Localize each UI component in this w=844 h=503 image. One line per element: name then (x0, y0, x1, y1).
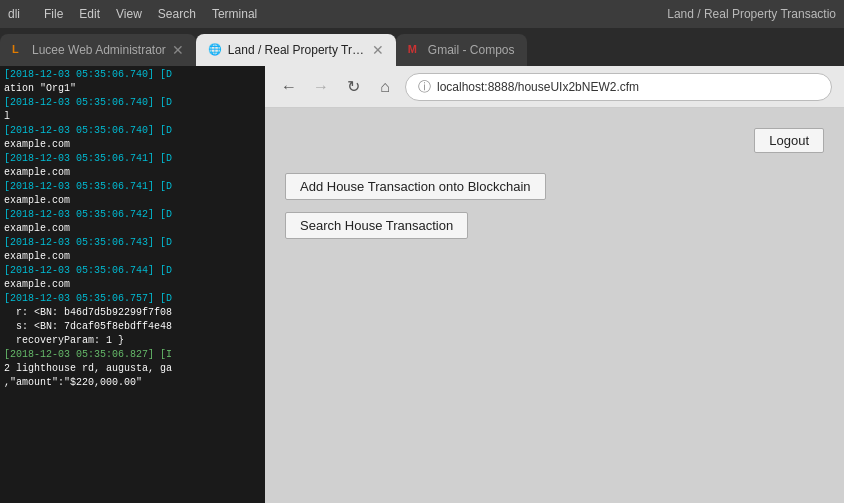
terminal-line: [2018-12-03 05:35:06.743] [D (4, 236, 261, 250)
tab-gmail[interactable]: M Gmail - Compos (396, 34, 527, 66)
terminal-line: example.com (4, 166, 261, 180)
security-icon: ⓘ (418, 78, 431, 96)
terminal-line: recoveryParam: 1 } (4, 334, 261, 348)
tab-land-label: Land / Real Property Transa (228, 43, 366, 57)
forward-button[interactable]: → (309, 75, 333, 99)
terminal-line: ation "Org1" (4, 82, 261, 96)
terminal-line: [2018-12-03 05:35:06.757] [D (4, 292, 261, 306)
terminal-line: example.com (4, 138, 261, 152)
action-buttons: Add House Transaction onto Blockchain Se… (285, 173, 824, 247)
address-bar: ← → ↻ ⌂ ⓘ localhost:8888/houseUIx2bNEW2.… (265, 66, 844, 108)
address-box[interactable]: ⓘ localhost:8888/houseUIx2bNEW2.cfm (405, 73, 832, 101)
url-text: localhost:8888/houseUIx2bNEW2.cfm (437, 80, 639, 94)
terminal-line: [2018-12-03 05:35:06.740] [D (4, 124, 261, 138)
land-favicon: 🌐 (208, 43, 222, 57)
browser-pane: ← → ↻ ⌂ ⓘ localhost:8888/houseUIx2bNEW2.… (265, 66, 844, 503)
menu-terminal[interactable]: Terminal (212, 7, 257, 21)
page-content: Logout Add House Transaction onto Blockc… (265, 108, 844, 503)
terminal-line: [2018-12-03 05:35:06.742] [D (4, 208, 261, 222)
terminal-line: [2018-12-03 05:35:06.740] [D (4, 96, 261, 110)
app-title: dli (8, 7, 20, 21)
lucee-favicon: L (12, 43, 26, 57)
back-button[interactable]: ← (277, 75, 301, 99)
menu-view[interactable]: View (116, 7, 142, 21)
terminal-line: [2018-12-03 05:35:06.741] [D (4, 152, 261, 166)
reload-button[interactable]: ↻ (341, 75, 365, 99)
terminal-line: 2 lighthouse rd, augusta, ga (4, 362, 261, 376)
add-transaction-button[interactable]: Add House Transaction onto Blockchain (285, 173, 546, 200)
terminal-line: example.com (4, 278, 261, 292)
tab-lucee-close[interactable]: ✕ (172, 43, 184, 57)
menu-file[interactable]: File (44, 7, 63, 21)
home-button[interactable]: ⌂ (373, 75, 397, 99)
menu-search[interactable]: Search (158, 7, 196, 21)
terminal-line: ,"amount":"$220,000.00" (4, 376, 261, 390)
terminal-line: [2018-12-03 05:35:06.744] [D (4, 264, 261, 278)
tab-lucee-label: Lucee Web Administrator (32, 43, 166, 57)
tab-lucee[interactable]: L Lucee Web Administrator ✕ (0, 34, 196, 66)
terminal-line: l (4, 110, 261, 124)
tab-gmail-label: Gmail - Compos (428, 43, 515, 57)
terminal-line: example.com (4, 194, 261, 208)
terminal-line: example.com (4, 250, 261, 264)
tab-land[interactable]: 🌐 Land / Real Property Transa ✕ (196, 34, 396, 66)
terminal-line: [2018-12-03 05:35:06.741] [D (4, 180, 261, 194)
terminal-line: example.com (4, 222, 261, 236)
menu-bar: dli File Edit View Search Terminal Land … (0, 0, 844, 28)
terminal-line: [2018-12-03 05:35:06.740] [D (4, 68, 261, 82)
tab-land-close[interactable]: ✕ (372, 43, 384, 57)
tab-bar: L Lucee Web Administrator ✕ 🌐 Land / Rea… (0, 28, 844, 66)
terminal-line: [2018-12-03 05:35:06.827] [I (4, 348, 261, 362)
main-panes: [2018-12-03 05:35:06.740] [D ation "Org1… (0, 66, 844, 503)
menu-edit[interactable]: Edit (79, 7, 100, 21)
search-transaction-button[interactable]: Search House Transaction (285, 212, 468, 239)
terminal-line: r: <BN: b46d7d5b92299f7f08 (4, 306, 261, 320)
logout-row: Logout (285, 128, 824, 153)
terminal-line: s: <BN: 7dcaf05f8ebdff4e48 (4, 320, 261, 334)
gmail-favicon: M (408, 43, 422, 57)
logout-button[interactable]: Logout (754, 128, 824, 153)
window-title: Land / Real Property Transactio (273, 7, 836, 21)
terminal-pane: [2018-12-03 05:35:06.740] [D ation "Org1… (0, 66, 265, 503)
